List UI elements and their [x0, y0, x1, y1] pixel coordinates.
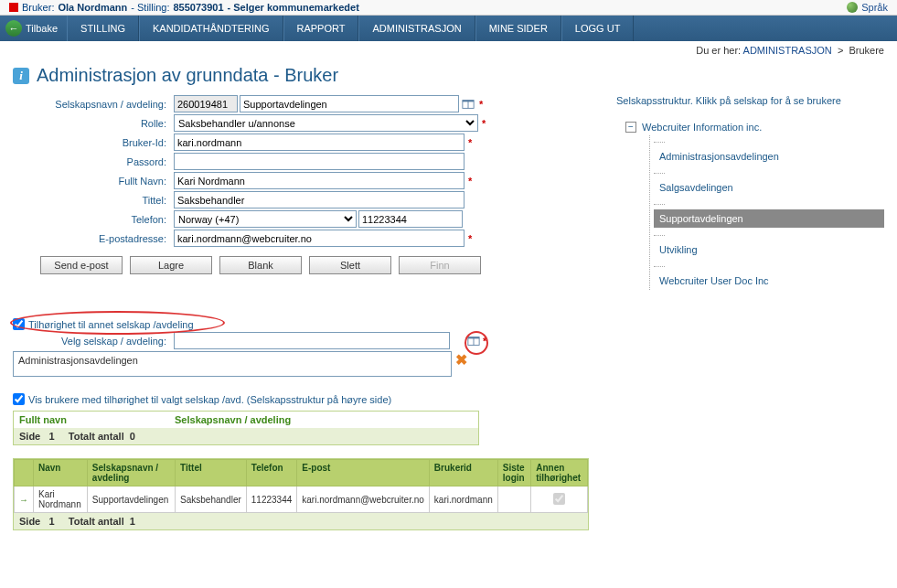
position-id: 855073901 — [173, 2, 223, 13]
page-title-row: i Administrasjon av grunndata - Bruker — [13, 65, 884, 86]
grid2-col-dept[interactable]: Selskapsnavn / avdeling — [87, 460, 175, 486]
required-marker: * — [468, 233, 472, 244]
cell-email: kari.nordmann@webcruiter.no — [297, 486, 430, 513]
email-label: E-postadresse: — [13, 233, 174, 244]
find-button: Finn — [399, 256, 481, 274]
info-icon: i — [13, 68, 29, 84]
top-bar: Bruker: Ola Nordmann - Stilling: 8550739… — [0, 0, 897, 16]
cell-phone: 11223344 — [246, 486, 297, 513]
breadcrumb-l1[interactable]: ADMINISTRASJON — [743, 45, 832, 56]
remove-affiliation-icon[interactable]: ✖ — [455, 351, 467, 369]
title-label: Tittel: — [13, 195, 174, 206]
grid1-footer: Side 1 Totalt antall 0 — [14, 428, 478, 444]
delete-button[interactable]: Slett — [309, 256, 391, 274]
grid2-col-name[interactable]: Navn — [34, 460, 88, 486]
language-label: Språk — [861, 2, 888, 13]
user-name: Ola Nordmann — [58, 2, 127, 13]
tree-title: Selskapsstruktur. Klikk på selskap for å… — [616, 95, 884, 106]
password-input[interactable] — [174, 153, 465, 170]
tree-root[interactable]: − Webcruiter Information inc. — [625, 119, 884, 135]
required-marker: * — [468, 176, 472, 187]
nav-logg-ut[interactable]: LOGG UT — [561, 16, 635, 41]
grid1-col-fullname[interactable]: Fullt navn — [14, 412, 169, 428]
affiliation-checkbox[interactable] — [13, 318, 25, 330]
select-company-lookup-icon[interactable] — [466, 334, 481, 348]
show-users-checkbox[interactable] — [13, 393, 25, 405]
company-lookup-icon[interactable] — [461, 97, 475, 112]
position-role: - Selger kommunemarkedet — [228, 2, 359, 13]
blank-button[interactable]: Blank — [219, 256, 302, 274]
row-select-icon[interactable]: → — [15, 486, 34, 513]
nav-admin[interactable]: ADMINISTRASJON — [358, 16, 475, 41]
table-row: → Kari Nordmann Supportavdelingen Saksbe… — [15, 486, 588, 513]
required-marker: * — [479, 99, 483, 110]
title-input[interactable] — [174, 191, 465, 208]
position-label: - Stilling: — [131, 2, 169, 13]
grid2-col-title[interactable]: Tittel — [176, 460, 247, 486]
affiliation-section: Tilhørighet til annet selskap /avdeling … — [13, 318, 589, 377]
userid-label: Bruker-Id: — [13, 137, 174, 148]
tree-child-4[interactable]: Webcruiter User Doc Inc — [654, 272, 884, 290]
tree-child-0[interactable]: Administrasjonsavdelingen — [654, 147, 884, 166]
email-input[interactable] — [174, 230, 465, 247]
back-label: Tilbake — [26, 23, 58, 34]
user-info: Bruker: Ola Nordmann - Stilling: 8550739… — [9, 2, 359, 13]
fullname-input[interactable] — [174, 172, 465, 189]
fullname-label: Fullt Navn: — [13, 176, 174, 187]
breadcrumb-l2: Brukere — [849, 45, 884, 56]
breadcrumb: Du er her: ADMINISTRASJON > Brukere — [0, 41, 897, 59]
tree-child-1[interactable]: Salgsavdelingen — [654, 178, 884, 197]
cell-lastlogin — [497, 486, 530, 513]
grid2-col-phone[interactable]: Telefon — [246, 460, 297, 486]
send-email-button[interactable]: Send e-post — [40, 256, 123, 274]
grid2-col-action — [15, 460, 34, 486]
company-label: Selskapsnavn / avdeling: — [13, 99, 174, 110]
userid-input[interactable] — [174, 134, 465, 151]
nav-kandidat[interactable]: KANDIDATHÅNDTERING — [139, 16, 283, 41]
tree-root-label: Webcruiter Information inc. — [642, 122, 762, 133]
cell-other-checkbox — [553, 493, 565, 505]
grid2-col-lastlogin[interactable]: Siste login — [497, 460, 530, 486]
select-company-input[interactable] — [174, 332, 450, 349]
grid1-col-dept[interactable]: Selskapsnavn / avdeling — [169, 412, 296, 428]
grid2-col-other[interactable]: Annen tilhørighet — [531, 460, 588, 486]
cell-title: Saksbehandler — [176, 486, 247, 513]
company-code-input[interactable] — [174, 95, 238, 112]
tree-child-2[interactable]: Supportavdelingen — [654, 209, 884, 228]
nav-bar: ← Tilbake STILLING KANDIDATHÅNDTERING RA… — [0, 16, 897, 41]
grid2-col-userid[interactable]: Brukerid — [429, 460, 497, 486]
breadcrumb-sep: > — [838, 45, 843, 56]
role-label: Rolle: — [13, 118, 174, 129]
cell-userid: kari.nordmann — [429, 486, 497, 513]
company-name-input[interactable] — [240, 95, 459, 112]
required-marker: * — [468, 137, 472, 148]
back-button[interactable]: ← Tilbake — [5, 16, 67, 41]
phone-input[interactable] — [358, 210, 463, 228]
tree-collapse-icon[interactable]: − — [625, 122, 636, 133]
nav-rapport[interactable]: RAPPORT — [283, 16, 359, 41]
company-tree: − Webcruiter Information inc. Administra… — [625, 119, 884, 290]
affiliation-list[interactable]: Administrasjonsavdelingen — [13, 351, 452, 377]
nav-stilling[interactable]: STILLING — [67, 16, 139, 41]
phone-label: Telefon: — [13, 214, 174, 225]
password-label: Passord: — [13, 156, 174, 167]
required-marker: * — [483, 336, 486, 347]
grid2-footer: Side 1 Totalt antall 1 — [14, 513, 588, 529]
select-company-label: Velg selskap / avdeling: — [13, 336, 174, 347]
phone-country-select[interactable]: Norway (+47) — [174, 210, 357, 228]
nav-mine-sider[interactable]: MINE SIDER — [475, 16, 561, 41]
svg-rect-5 — [468, 337, 479, 338]
cell-dept: Supportavdelingen — [87, 486, 175, 513]
globe-icon — [847, 2, 858, 13]
language-selector[interactable]: Språk — [847, 2, 888, 13]
page-title: Administrasjon av grunndata - Bruker — [37, 65, 338, 86]
save-button[interactable]: Lagre — [130, 256, 212, 274]
tree-child-3[interactable]: Utvikling — [654, 241, 884, 259]
svg-rect-2 — [463, 100, 474, 102]
breadcrumb-prefix: Du er her: — [696, 45, 741, 56]
required-marker: * — [482, 118, 486, 129]
grid2-col-email[interactable]: E-post — [297, 460, 430, 486]
user-label: Bruker: — [22, 2, 54, 13]
cell-name: Kari Nordmann — [34, 486, 88, 513]
role-select[interactable]: Saksbehandler u/annonse — [174, 114, 478, 132]
